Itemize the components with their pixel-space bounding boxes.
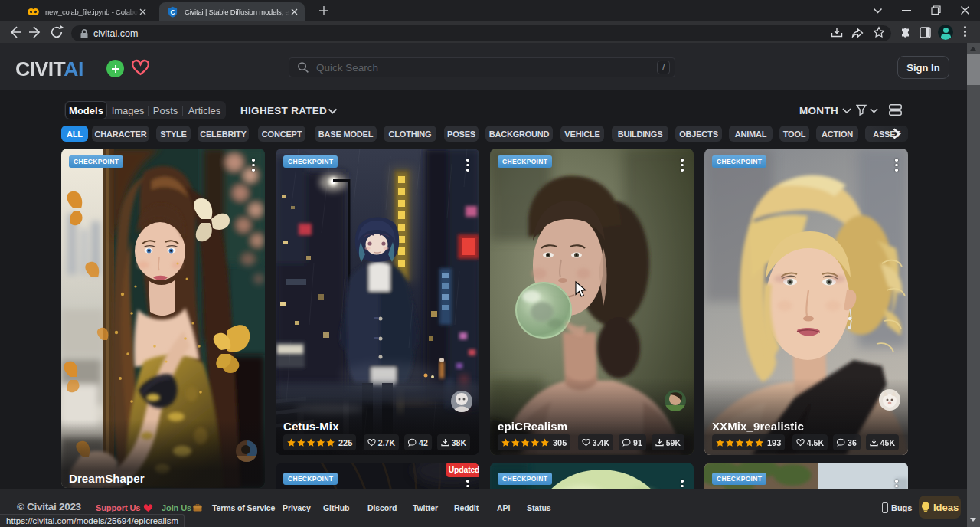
svg-text:C: C xyxy=(170,8,175,16)
